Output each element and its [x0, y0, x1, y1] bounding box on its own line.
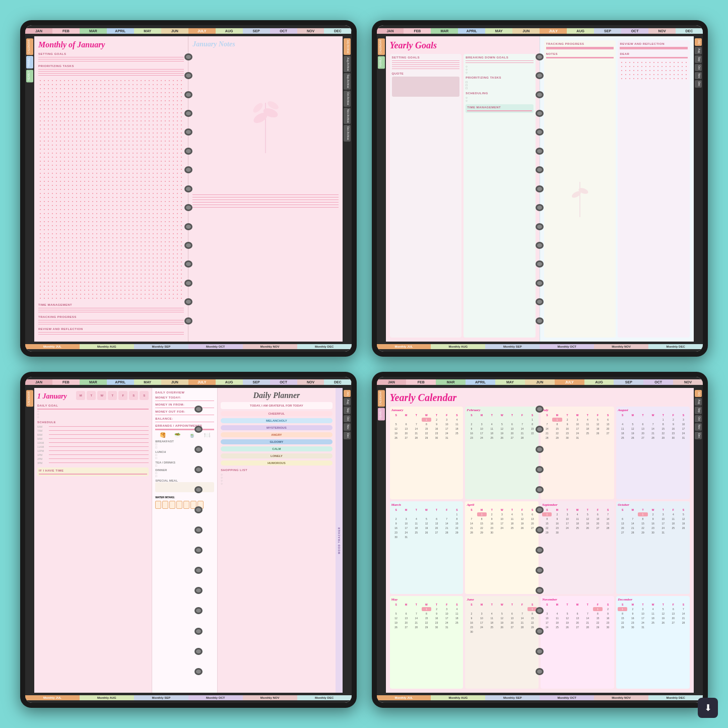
t4-right-aug[interactable]: Aug — [695, 398, 702, 406]
left-tab-calendar[interactable]: CALENDAR — [26, 38, 33, 55]
nav-tab-apr[interactable]: APRIL — [107, 28, 134, 34]
right-tab-october[interactable]: Oct Archive — [344, 91, 351, 107]
t2-right-aug[interactable]: Aug — [695, 47, 702, 54]
t4-nav-sep[interactable]: SEP — [614, 379, 643, 385]
t3-nav-jul[interactable]: JULY — [188, 379, 216, 385]
right-tab-august[interactable]: Aug Archive — [344, 56, 351, 73]
mood-calm[interactable]: CALM — [221, 446, 332, 451]
bottom-tab-jul[interactable]: Monthly JUL — [25, 344, 80, 349]
t4-nav-jan[interactable]: JAN — [377, 379, 407, 385]
t3-right-dec[interactable]: Dec — [344, 432, 351, 439]
mood-melancholy[interactable]: MELANCHOLY — [221, 418, 332, 423]
right-tab-november[interactable]: Nov Archive — [344, 108, 351, 124]
mood-mysterious[interactable]: MYSTERIOUS — [221, 425, 332, 430]
t4-bottom-nov[interactable]: Monthly NOV — [594, 695, 648, 700]
t4-nav-jun[interactable]: JUN — [525, 379, 555, 385]
nav-tab-mar[interactable]: MAR — [80, 28, 107, 34]
t3-nav-dec[interactable]: DEC — [324, 379, 351, 385]
nav-tab-sep[interactable]: SEP — [243, 28, 270, 34]
t2-nav-may[interactable]: MAY — [485, 28, 512, 34]
t3-right-sep[interactable]: Sep — [344, 407, 351, 414]
t3-nav-sep[interactable]: SEP — [243, 379, 270, 385]
nav-tab-nov[interactable]: NOV — [297, 28, 324, 34]
t4-right-oct[interactable]: Oct — [695, 415, 702, 422]
t4-left-yearly[interactable]: YEARLY — [378, 408, 385, 420]
t3-left-calendar[interactable]: CALENDAR — [26, 390, 33, 407]
t4-nav-nov[interactable]: NOV — [673, 379, 703, 385]
t2-nav-oct[interactable]: OCT — [621, 28, 648, 34]
t4-nav-apr[interactable]: APRIL — [466, 379, 495, 385]
t3-nav-jun[interactable]: JUN — [161, 379, 188, 385]
t2-bottom-dec[interactable]: Monthly DEC — [648, 344, 703, 349]
nav-tab-oct[interactable]: OCT — [270, 28, 297, 34]
t3-bottom-jul[interactable]: Monthly JUL — [25, 695, 80, 700]
t4-nav-may[interactable]: MAY — [495, 379, 525, 385]
t3-nav-may[interactable]: MAY — [134, 379, 161, 385]
mood-humorous[interactable]: HUMOROUS — [221, 460, 332, 466]
t2-nav-jun[interactable]: JUN — [512, 28, 540, 34]
t2-bottom-jul[interactable]: Monthly JUL — [377, 344, 431, 349]
t2-nav-jul[interactable]: JULY — [540, 28, 567, 34]
nav-tab-jan[interactable]: JAN — [25, 28, 52, 34]
t4-nav-jul[interactable]: JULY — [555, 379, 584, 385]
bottom-tab-oct[interactable]: Monthly OCT — [188, 344, 243, 349]
right-tab-december[interactable]: Dec Archive — [344, 125, 351, 142]
t3-nav-feb[interactable]: FEB — [52, 379, 80, 385]
t3-bottom-oct[interactable]: Monthly OCT — [188, 695, 243, 700]
bottom-tab-sep[interactable]: Monthly SEP — [134, 344, 188, 349]
t4-right-dec[interactable]: Dec — [695, 432, 702, 439]
t4-right-nov[interactable]: Nov — [695, 423, 702, 431]
t3-bottom-nov[interactable]: Monthly NOV — [243, 695, 297, 700]
t2-left-yearly[interactable]: YEARLY — [378, 56, 385, 69]
t2-nav-apr[interactable]: APRIL — [458, 28, 485, 34]
t2-right-sep[interactable]: Sep — [695, 55, 702, 63]
t3-right-aug[interactable]: Aug — [344, 398, 351, 406]
t2-right-nov[interactable]: Nov — [695, 72, 702, 80]
t2-right-oct[interactable]: Oct — [695, 64, 702, 71]
t2-nav-feb[interactable]: FEB — [404, 28, 431, 34]
nav-tab-jun[interactable]: JUN — [161, 28, 188, 34]
t3-right-july[interactable]: July — [344, 390, 351, 398]
t2-nav-aug[interactable]: AUG — [567, 28, 594, 34]
t4-nav-feb[interactable]: FEB — [406, 379, 436, 385]
right-tab-september[interactable]: Sep Archive — [344, 73, 351, 90]
bottom-tab-aug[interactable]: Monthly AUG — [80, 344, 134, 349]
t3-nav-aug[interactable]: AUG — [216, 379, 243, 385]
t2-left-calendar[interactable]: CALENDAR — [378, 38, 385, 55]
t2-right-dec[interactable]: Dec — [695, 80, 702, 88]
mood-angry[interactable]: ANGRY — [221, 432, 332, 437]
t4-bottom-jul[interactable]: Monthly JUL — [377, 695, 431, 700]
left-tab-travel[interactable]: TRAVEL — [26, 56, 33, 69]
download-button[interactable]: ⬇ — [698, 698, 718, 718]
t2-bottom-aug[interactable]: Monthly AUG — [431, 344, 485, 349]
t3-right-nov[interactable]: Nov — [344, 423, 351, 431]
mood-cheerful[interactable]: CHEERFUL — [221, 411, 332, 416]
nav-tab-aug[interactable]: AUG — [216, 28, 243, 34]
t3-nav-jan[interactable]: JAN — [25, 379, 52, 385]
t4-nav-oct[interactable]: OCT — [643, 379, 673, 385]
t2-nav-dec[interactable]: DEC — [676, 28, 703, 34]
right-tab-july[interactable]: July Archive — [344, 38, 351, 55]
t2-nav-mar[interactable]: MAR — [431, 28, 458, 34]
t4-bottom-aug[interactable]: Monthly AUG — [431, 695, 485, 700]
t2-right-july[interactable]: July — [695, 38, 702, 46]
t4-bottom-oct[interactable]: Monthly OCT — [540, 695, 594, 700]
t4-right-july[interactable]: July — [695, 390, 702, 398]
t3-bottom-aug[interactable]: Monthly AUG — [80, 695, 134, 700]
t3-nav-apr[interactable]: APRIL — [107, 379, 134, 385]
t3-bottom-dec[interactable]: Monthly DEC — [297, 695, 352, 700]
nav-tab-feb[interactable]: FEB — [52, 28, 80, 34]
t3-nav-oct[interactable]: OCT — [270, 379, 297, 385]
t3-nav-mar[interactable]: MAR — [80, 379, 107, 385]
t3-nav-nov[interactable]: NOV — [297, 379, 324, 385]
mood-gloomy[interactable]: GLOOMY — [221, 439, 332, 444]
t2-bottom-oct[interactable]: Monthly OCT — [540, 344, 594, 349]
bottom-tab-dec[interactable]: Monthly DEC — [297, 344, 352, 349]
t4-bottom-dec[interactable]: Monthly DEC — [648, 695, 703, 700]
t2-nav-jan[interactable]: JAN — [377, 28, 404, 34]
t2-nav-sep[interactable]: SEP — [594, 28, 621, 34]
t2-bottom-nov[interactable]: Monthly NOV — [594, 344, 648, 349]
nav-tab-jul[interactable]: JULY — [188, 28, 216, 34]
t2-nav-nov[interactable]: NOV — [648, 28, 676, 34]
t4-nav-aug[interactable]: AUG — [584, 379, 614, 385]
